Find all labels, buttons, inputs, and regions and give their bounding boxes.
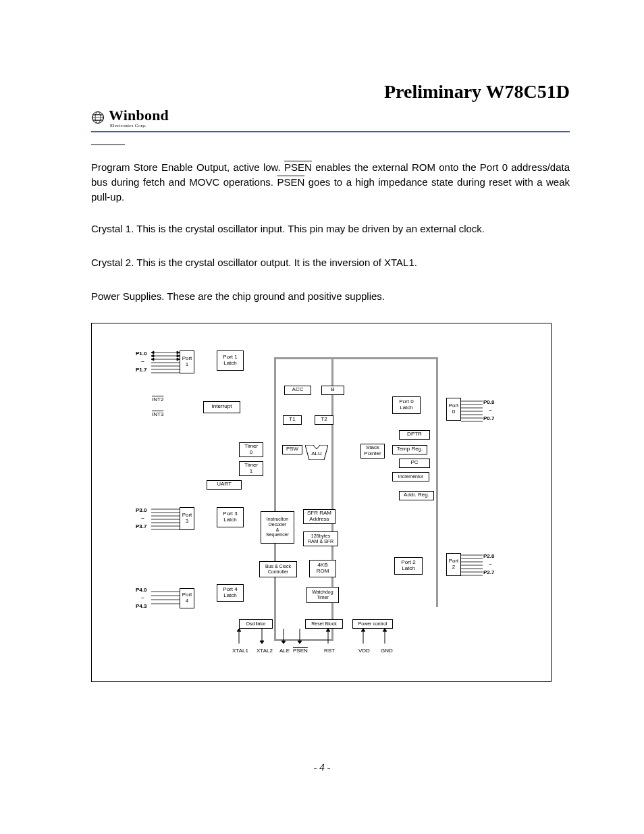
page-number: - 4 -	[0, 762, 644, 773]
t1-block: T1	[283, 415, 302, 425]
svg-marker-56	[361, 629, 365, 631]
ale-label: ALE	[279, 648, 290, 654]
bus-line	[274, 357, 438, 359]
port1-latch: Port 1 Latch	[217, 350, 244, 371]
temp-block: Temp Reg.	[392, 445, 427, 454]
psen-signal: PSEN	[277, 176, 304, 188]
port-pins-icon	[461, 399, 483, 423]
svg-marker-54	[326, 629, 330, 631]
port3-block: Port 3	[180, 507, 194, 530]
paragraph-xtal2: Crystal 2. This is the crystal oscillato…	[91, 255, 570, 270]
psen-label: PSEN	[293, 648, 308, 654]
svg-marker-48	[260, 641, 264, 644]
rst-label: RST	[324, 648, 335, 654]
port2-latch: Port 2 Latch	[394, 557, 423, 575]
port4-latch: Port 4 Latch	[217, 584, 244, 602]
acc-block: ACC	[284, 386, 311, 395]
short-rule	[91, 145, 125, 145]
port3-latch: Port 3 Latch	[217, 507, 244, 527]
psen-signal: PSEN	[284, 161, 312, 173]
timer0-block: Timer 0	[239, 442, 263, 457]
port-pins-icon	[151, 590, 180, 606]
paragraph-psen: Program Store Enable Output, active low.…	[91, 160, 570, 204]
svg-marker-46	[237, 629, 241, 631]
p3-label-bot: P3.7	[136, 523, 146, 529]
t2-block: T2	[315, 415, 333, 425]
vdd-label: VDD	[358, 648, 370, 654]
brand-name: Winbond	[109, 107, 169, 124]
svg-marker-52	[298, 641, 302, 644]
sfr-addr-block: SFR RAM Address	[303, 509, 336, 524]
p1-label-top: P1.0	[136, 350, 146, 357]
brand-subtitle: Electronics Corp.	[110, 123, 570, 128]
int2-label: INT2	[152, 396, 163, 402]
p4-label-mid: ~	[141, 595, 144, 601]
globe-icon	[91, 111, 105, 124]
dptr-block: DPTR	[399, 430, 430, 440]
ram-block: 128bytes RAM & SFR	[303, 531, 338, 546]
svg-marker-50	[281, 641, 286, 644]
paragraph-xtal1: Crystal 1. This is the crystal oscillato…	[91, 221, 570, 236]
p3-label-mid: ~	[141, 515, 144, 521]
xtal1-label: XTAL1	[232, 648, 248, 654]
psw-block: PSW	[282, 445, 302, 454]
p0-label-mid: ~	[489, 407, 492, 413]
svg-marker-8	[177, 351, 180, 354]
svg-marker-12	[151, 355, 154, 357]
block-diagram: P1.0 ~ P1.7 Port 1 Port 1 Latch INT2 INT…	[91, 323, 552, 682]
bottom-arrows-icon	[227, 629, 402, 648]
port-pins-icon	[151, 350, 180, 375]
svg-marker-15	[151, 358, 154, 361]
int3-label: INT3	[152, 411, 163, 417]
port2-block: Port 2	[446, 553, 461, 576]
svg-marker-11	[177, 355, 180, 357]
interrupt-block: Interrupt	[203, 401, 240, 413]
brand-logo: Winbond	[91, 107, 570, 124]
svg-marker-14	[177, 358, 180, 361]
svg-marker-58	[383, 629, 387, 631]
incr-block: Incrementor	[392, 472, 429, 481]
p2-label-top: P2.0	[483, 553, 494, 559]
port-pins-icon	[461, 553, 483, 577]
p3-label-top: P3.0	[136, 507, 146, 513]
p0-label-bot: P0.7	[483, 415, 494, 421]
port0-latch: Port 0 Latch	[392, 396, 421, 414]
p4-label-bot: P4.3	[136, 603, 146, 609]
xtal2-label: XTAL2	[257, 648, 273, 654]
alu-block: ALU	[305, 445, 328, 460]
p1-label-mid: ~	[141, 359, 144, 365]
pc-block: PC	[399, 459, 430, 468]
doc-title: Preliminary W78C51D	[91, 81, 570, 103]
b-block: B	[321, 386, 344, 395]
p1-label-bot: P1.7	[136, 367, 146, 373]
port1-block: Port 1	[180, 350, 194, 373]
bus-line	[274, 357, 276, 641]
rom-block: 4KB ROM	[309, 560, 336, 577]
addr-block: Addr. Reg.	[399, 491, 434, 500]
reset-block: Reset Block	[305, 619, 343, 629]
port4-block: Port 4	[180, 588, 194, 608]
gnd-label: GND	[381, 648, 393, 654]
p4-label-top: P4.0	[136, 587, 146, 593]
ids-block: Instruction Decoder & Sequencer	[261, 511, 294, 544]
osc-block: Oscillator	[239, 619, 273, 629]
port-pins-icon	[151, 507, 180, 531]
header-rule	[91, 131, 570, 132]
wdt-block: Watchdog Timer	[306, 587, 339, 603]
p2-label-bot: P2.7	[483, 569, 494, 575]
p0-label-top: P0.0	[483, 399, 494, 405]
paragraph-power: Power Supplies. These are the chip groun…	[91, 289, 570, 304]
port0-block: Port 0	[446, 398, 461, 421]
uart-block: UART	[207, 480, 242, 490]
sp-block: Stack Pointer	[360, 444, 385, 459]
power-block: Power control	[352, 619, 393, 629]
p2-label-mid: ~	[489, 561, 492, 567]
bus-clock-block: Bus & Clock Controller	[259, 561, 297, 577]
svg-marker-9	[151, 351, 154, 354]
timer1-block: Timer 1	[239, 461, 263, 476]
bus-line	[436, 357, 438, 607]
